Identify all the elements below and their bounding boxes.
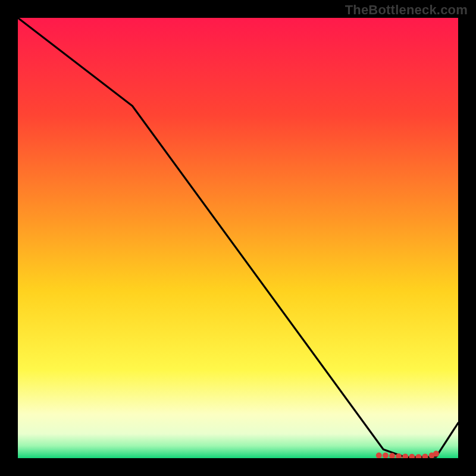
plot-area [18,18,458,458]
marker-point [433,451,439,457]
gradient-background [18,18,458,458]
chart-frame: TheBottleneck.com [0,0,476,476]
watermark-text: TheBottleneck.com [345,2,468,18]
chart-svg [18,18,458,458]
